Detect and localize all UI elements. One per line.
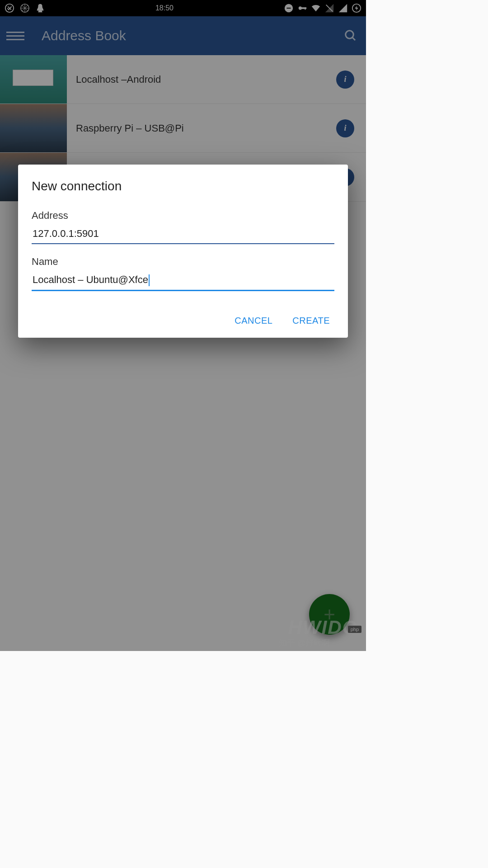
- cancel-button[interactable]: CANCEL: [233, 312, 274, 330]
- dialog-title: New connection: [32, 179, 334, 193]
- text-cursor: [149, 274, 150, 286]
- name-input[interactable]: Localhost – Ubuntu@Xfce: [32, 271, 334, 291]
- address-input[interactable]: [32, 225, 334, 244]
- address-label: Address: [32, 210, 334, 222]
- create-button[interactable]: CREATE: [291, 312, 332, 330]
- name-label: Name: [32, 256, 334, 268]
- new-connection-dialog: New connection Address Name Localhost – …: [18, 165, 348, 338]
- dialog-actions: CANCEL CREATE: [32, 312, 334, 330]
